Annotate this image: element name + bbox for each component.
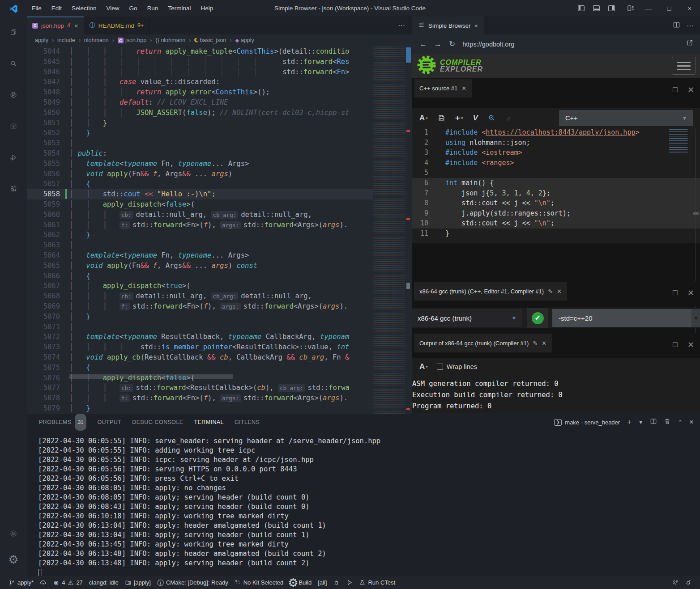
terminal-instance[interactable]: ❯ make - serve_header	[554, 419, 620, 426]
tab-simple-browser[interactable]: Simple Browser ×	[412, 17, 484, 34]
status-cmake-folder[interactable]: [apply]	[122, 576, 154, 589]
ce-mascot-icon[interactable]	[505, 114, 513, 122]
breadcrumb-item[interactable]: nlohmann	[84, 37, 109, 43]
menu-selection[interactable]: Selection	[67, 0, 102, 17]
status-feedback[interactable]	[669, 576, 682, 589]
close-pane-icon[interactable]: ✕	[687, 85, 694, 95]
reload-icon[interactable]: ↻	[449, 39, 455, 49]
customize-layout-icon[interactable]	[623, 0, 638, 17]
forward-icon[interactable]: →	[434, 40, 442, 49]
preview[interactable]	[0, 110, 27, 142]
status-build-target[interactable]: [all]	[315, 576, 330, 589]
maximize-panel-icon[interactable]: ⌃	[678, 419, 683, 426]
back-icon[interactable]: ←	[419, 40, 427, 49]
breadcrumb-item[interactable]: Cjson.hpp	[118, 37, 146, 44]
rename-pane-icon[interactable]: ✎	[533, 340, 538, 347]
account[interactable]	[0, 521, 27, 547]
status-build[interactable]: ⚙Build	[286, 576, 315, 589]
font-size-icon[interactable]: A▾	[419, 362, 428, 371]
compiler-pane-tab[interactable]: x86-64 gcc (trunk) (C++, Editor #1, Comp…	[414, 282, 567, 301]
run-debug[interactable]	[0, 142, 27, 173]
kill-terminal-icon[interactable]	[664, 418, 671, 427]
editor-scrollbar[interactable]	[405, 47, 412, 414]
terminal-dropdown-icon[interactable]: ▼	[638, 420, 643, 425]
minimize-icon[interactable]: —	[638, 0, 659, 17]
search-code-icon[interactable]	[488, 114, 495, 122]
layout-panel-icon[interactable]	[589, 0, 604, 17]
tab-readme-md[interactable]: ⓘ README.md 9+	[84, 17, 150, 34]
menu-help[interactable]: Help	[196, 0, 218, 17]
code-editor[interactable]: 5044│ │ │ │ return apply_make_tuple<Cons…	[27, 47, 373, 414]
open-external-icon[interactable]	[686, 39, 693, 49]
terminal-output[interactable]: [2022-04-30 06:05:55] INFO: serve_header…	[38, 436, 691, 571]
close-pane-icon[interactable]: ✕	[542, 340, 546, 347]
scrollbar-slider[interactable]	[406, 47, 411, 63]
maximize-pane-icon[interactable]: □	[673, 85, 678, 95]
status-cmake-status[interactable]: ⓘCMake: [Debug]: Ready	[154, 576, 231, 589]
status-sync[interactable]	[37, 576, 50, 589]
breadcrumb[interactable]: apply›include›nlohmann›Cjson.hpp›{}nlohm…	[27, 34, 412, 46]
horizontal-scrollbar[interactable]	[69, 374, 233, 379]
panel-tab-output[interactable]: OUTPUT	[92, 414, 127, 430]
maximize-icon[interactable]: □	[659, 0, 679, 17]
new-terminal-icon[interactable]: +	[627, 417, 632, 427]
font-size-icon[interactable]: A▾	[419, 114, 428, 123]
menu-file[interactable]: File	[27, 0, 47, 17]
menu-view[interactable]: View	[102, 0, 124, 17]
more-actions-icon[interactable]: ⋯	[687, 21, 694, 30]
close-pane-icon[interactable]: ✕	[557, 288, 562, 295]
search[interactable]	[0, 48, 27, 79]
wrap-lines-checkbox[interactable]	[437, 364, 443, 370]
close-tab-icon[interactable]: ×	[474, 22, 478, 30]
menu-terminal[interactable]: Terminal	[163, 0, 196, 17]
panel-tab-terminal[interactable]: TERMINAL	[189, 414, 229, 430]
add-pane-icon[interactable]: +▾	[455, 113, 463, 123]
panel-tab-debug-console[interactable]: DEBUG CONSOLE	[127, 414, 188, 430]
output-pane-tab[interactable]: Output of x86-64 gcc (trunk) (Compiler #…	[414, 334, 552, 352]
close-window-icon[interactable]: ×	[679, 0, 700, 17]
files[interactable]	[0, 17, 27, 48]
compiler-select[interactable]: x86-64 gcc (trunk)▼	[412, 309, 522, 327]
source-control[interactable]	[0, 79, 27, 110]
panel-tab-problems[interactable]: PROBLEMS31	[34, 414, 92, 430]
panel-tab-gitlens[interactable]: GITLENS	[229, 414, 265, 430]
close-pane-icon[interactable]: ✕	[461, 85, 466, 92]
tab-json-hpp[interactable]: C json.hpp 4 ×	[27, 17, 84, 34]
breadcrumb-item[interactable]: include	[57, 37, 75, 43]
layout-sidebar-right-icon[interactable]	[604, 0, 619, 17]
breadcrumb-item[interactable]: {}nlohmann	[155, 37, 185, 43]
split-editor-icon[interactable]	[673, 21, 680, 30]
layout-sidebar-left-icon[interactable]	[573, 0, 589, 17]
close-tab-icon[interactable]: ×	[74, 22, 78, 30]
menu-go[interactable]: Go	[124, 0, 142, 17]
vim-mode-icon[interactable]: V	[473, 114, 478, 123]
status-clangd-status[interactable]: clangd: idle	[86, 576, 122, 589]
status-ctest[interactable]: Run CTest	[356, 576, 398, 589]
close-pane-icon[interactable]: ✕	[687, 288, 694, 298]
status-problems[interactable]: ⊗4⚠27	[50, 576, 86, 589]
close-pane-icon[interactable]: ✕	[687, 340, 694, 350]
breadcrumb-item[interactable]: ℄basic_json	[194, 37, 226, 43]
status-debug[interactable]	[330, 576, 343, 589]
compiler-options-input[interactable]: -std=c++20	[552, 309, 691, 327]
rename-pane-icon[interactable]: ✎	[548, 288, 553, 295]
status-launch[interactable]	[343, 576, 356, 589]
godbolt-source-editor[interactable]: 1#include <https://localhost:8443/apply/…	[412, 127, 700, 243]
breadcrumb-item[interactable]: ◆apply	[235, 37, 254, 43]
maximize-pane-icon[interactable]: □	[673, 288, 678, 298]
close-panel-icon[interactable]: ×	[689, 418, 694, 427]
options-dropdown-icon[interactable]: ▼	[691, 309, 700, 327]
split-terminal-icon[interactable]	[650, 418, 657, 427]
save-icon[interactable]	[438, 114, 445, 122]
status-kit[interactable]: No Kit Selected	[231, 576, 287, 589]
menu-run[interactable]: Run	[142, 0, 163, 17]
maximize-pane-icon[interactable]: □	[673, 340, 678, 350]
breadcrumb-item[interactable]: apply	[35, 37, 48, 43]
extensions[interactable]	[0, 173, 27, 204]
language-select[interactable]: C++▼	[559, 110, 693, 126]
menu-edit[interactable]: Edit	[47, 0, 67, 17]
hamburger-menu-icon[interactable]	[672, 57, 696, 75]
status-notifications[interactable]	[682, 576, 695, 589]
source-pane-tab[interactable]: C++ source #1 ✕	[414, 79, 472, 97]
url-input[interactable]: https://godbolt.org	[462, 41, 679, 48]
